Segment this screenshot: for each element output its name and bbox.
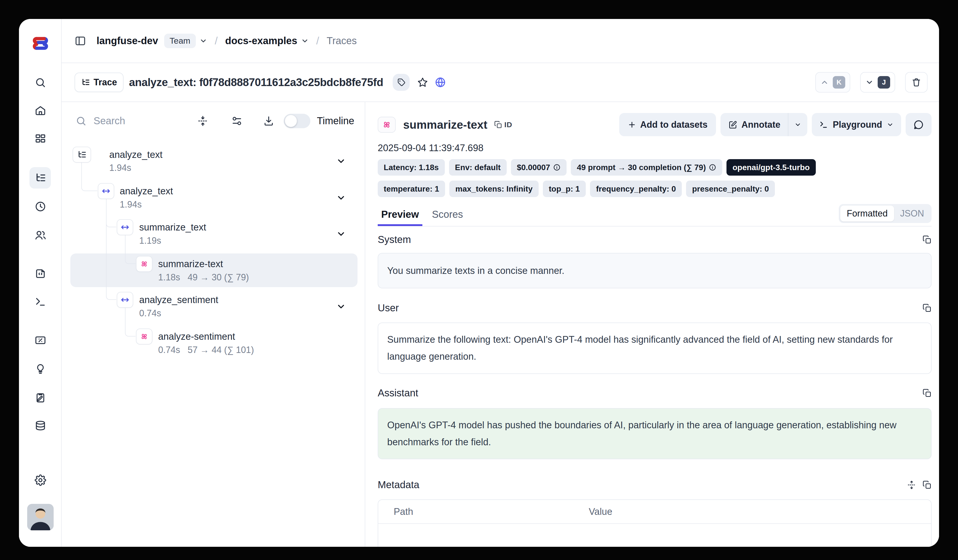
copy-metadata-button[interactable] [923,481,931,489]
search-input[interactable] [94,115,176,127]
playground-button[interactable]: Playground [812,113,901,136]
prev-key-badge: K [833,76,845,89]
breadcrumb-separator: / [316,35,319,47]
annotate-button[interactable]: Annotate [720,113,788,136]
prompts-file-icon[interactable] [19,268,62,279]
sidebar-rail [19,19,62,547]
next-key-badge: J [878,76,890,89]
node-chevron-down-icon[interactable] [336,156,346,166]
timeline-toggle[interactable] [284,114,310,128]
latency-badge: Latency: 1.18s [378,159,445,176]
download-icon[interactable] [263,116,274,127]
add-to-datasets-button[interactable]: Add to datasets [619,113,716,136]
observation-title-row: summarize-text ID Add to datasets Annota… [378,113,931,136]
trace-nav-group: K J [815,72,928,92]
timeline-label: Timeline [317,115,354,127]
annotation-clipboard-icon[interactable] [19,392,62,403]
comment-bubble-icon [914,119,924,130]
format-toggle: Formatted JSON [839,204,931,223]
expand-metadata-button[interactable] [907,481,916,489]
breadcrumb-section[interactable]: Traces [327,35,357,46]
sessions-clock-icon[interactable] [19,201,62,212]
bookmark-star-button[interactable] [417,77,428,88]
chevron-down-icon [887,121,894,128]
knot-logo-icon [29,32,52,55]
tag-icon [397,78,406,87]
trace-tree-icon [77,150,87,159]
sidebar-toggle-icon[interactable] [75,35,86,47]
node-chevron-down-icon[interactable] [336,229,346,239]
copy-icon [923,481,931,489]
span-arrows-icon [121,295,130,304]
assistant-section-header: Assistant [378,387,931,398]
users-icon[interactable] [19,230,62,241]
delete-trace-button[interactable] [905,72,928,92]
toggle-knob [285,115,297,127]
assistant-message-card: OpenAI's GPT-4 model has pushed the boun… [378,408,931,459]
observation-stats-row: Latency: 1.18s Env: default $0.00007 49 … [378,159,931,176]
tab-preview[interactable]: Preview [378,209,422,227]
tracing-tree-icon[interactable] [19,172,62,184]
copy-system-button[interactable] [923,235,931,244]
preview-tabs: Preview Scores Formatted JSON [378,204,931,227]
trash-icon [911,77,922,87]
breadcrumb-project[interactable]: docs-examples [225,35,297,46]
next-trace-button[interactable]: J [860,72,895,92]
generation-icon-pill [378,117,396,133]
node-duration: 1.94s [109,163,131,173]
param-badge: max_tokens: Infinity [449,181,538,197]
generation-node-icon-pill [136,328,152,344]
datasets-database-icon[interactable] [19,420,62,432]
copy-icon [923,389,931,398]
trace-title: analyze_text: f0f78d8887011612a3c25bdcb8… [129,76,383,89]
metadata-table-row [378,524,931,547]
user-avatar[interactable] [27,504,54,530]
tags-button[interactable] [393,74,410,91]
generation-pinwheel-icon [382,120,392,130]
view-settings-icon[interactable] [231,116,242,127]
node-duration: 1.19s [139,235,161,246]
settings-gear-icon[interactable] [19,474,62,486]
public-globe-button[interactable] [435,76,446,88]
breadcrumb-org[interactable]: langfuse-dev [97,35,158,46]
dashboard-icon[interactable] [19,133,62,145]
trace-node-icon-pill [73,147,91,163]
metadata-col-path: Path [394,503,589,520]
node-duration: 1.94s [120,199,142,210]
copy-user-button[interactable] [923,304,931,313]
system-section-header: System [378,234,931,245]
project-chevron-down-icon[interactable] [301,37,309,45]
unfold-vertical-icon [907,481,916,489]
tokens-badge[interactable]: 49 prompt → 30 completion (∑ 79) [571,159,722,176]
format-json-option[interactable]: JSON [894,208,930,219]
format-formatted-option[interactable]: Formatted [840,206,894,222]
cost-badge[interactable]: $0.00007 [511,159,566,176]
org-logo[interactable] [19,32,62,55]
metadata-col-value: Value [589,503,612,520]
assistant-heading: Assistant [378,387,418,398]
plus-icon [628,121,636,129]
observation-detail-panel: summarize-text ID Add to datasets Annota… [366,102,939,547]
tree-connector [106,199,116,300]
comments-button[interactable] [906,113,931,136]
metadata-table-card: Path Value [378,500,931,547]
terminal-icon[interactable] [19,296,62,308]
lightbulb-icon[interactable] [19,363,62,374]
home-icon[interactable] [19,105,62,116]
top-breadcrumb-bar: langfuse-dev Team / docs-examples / Trac… [62,19,939,63]
node-chevron-down-icon[interactable] [336,301,346,311]
copy-assistant-button[interactable] [923,389,931,398]
model-badge[interactable]: openai/gpt-3.5-turbo [726,159,815,176]
copy-id-button[interactable]: ID [494,121,512,129]
org-chevron-down-icon[interactable] [199,37,207,45]
tab-scores[interactable]: Scores [428,209,466,227]
collapse-all-icon[interactable] [197,116,208,127]
node-chevron-down-icon[interactable] [336,193,346,203]
tree-toolbar: Timeline [62,102,365,140]
trace-type-badge: Trace [75,73,124,92]
evaluation-percent-icon[interactable] [19,335,62,346]
observation-actions: Add to datasets Annotate Playground [619,113,931,136]
search-nav-icon[interactable] [19,77,62,88]
annotate-dropdown-chevron[interactable] [788,113,807,136]
prev-trace-button[interactable]: K [815,72,850,92]
